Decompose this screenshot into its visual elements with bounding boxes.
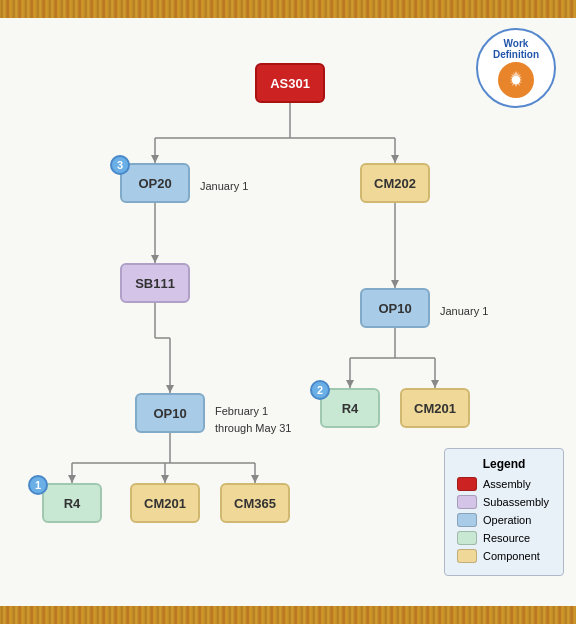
- svg-marker-29: [251, 475, 259, 483]
- work-def-icon: [498, 62, 534, 98]
- node-R4-top-label: R4: [342, 401, 359, 416]
- node-SB111-label: SB111: [135, 276, 175, 291]
- legend-color-subassembly: [457, 495, 477, 509]
- legend-color-resource: [457, 531, 477, 545]
- legend-label-assembly: Assembly: [483, 478, 531, 490]
- legend-label-component: Component: [483, 550, 540, 562]
- legend-color-component: [457, 549, 477, 563]
- node-OP10-right[interactable]: OP10: [360, 288, 430, 328]
- node-CM202[interactable]: CM202: [360, 163, 430, 203]
- node-CM201-top-label: CM201: [414, 401, 456, 416]
- badge-2: 2: [310, 380, 330, 400]
- svg-marker-9: [151, 255, 159, 263]
- node-CM365-label: CM365: [234, 496, 276, 511]
- node-AS301[interactable]: AS301: [255, 63, 325, 103]
- node-OP10-right-label: OP10: [378, 301, 411, 316]
- label-op10-right: January 1: [440, 305, 488, 317]
- legend-item-subassembly: Subassembly: [457, 495, 551, 509]
- node-SB111[interactable]: SB111: [120, 263, 190, 303]
- label-op20: January 1: [200, 180, 248, 192]
- work-def-line1: Work: [504, 38, 529, 49]
- legend-box: Legend Assembly Subassembly Operation Re…: [444, 448, 564, 576]
- node-OP20-label: OP20: [138, 176, 171, 191]
- svg-marker-19: [346, 380, 354, 388]
- node-OP10-left-label: OP10: [153, 406, 186, 421]
- node-CM202-label: CM202: [374, 176, 416, 191]
- wood-bar-bottom: [0, 606, 576, 624]
- legend-label-resource: Resource: [483, 532, 530, 544]
- svg-marker-15: [391, 280, 399, 288]
- node-OP20[interactable]: OP20: [120, 163, 190, 203]
- label-op10-left: February 1through May 31: [215, 403, 291, 436]
- legend-item-assembly: Assembly: [457, 477, 551, 491]
- legend-item-operation: Operation: [457, 513, 551, 527]
- svg-marker-27: [161, 475, 169, 483]
- badge-3: 3: [110, 155, 130, 175]
- legend-color-operation: [457, 513, 477, 527]
- svg-marker-4: [151, 155, 159, 163]
- badge-3-label: 3: [117, 159, 123, 171]
- legend-item-resource: Resource: [457, 531, 551, 545]
- svg-marker-7: [391, 155, 399, 163]
- legend-label-operation: Operation: [483, 514, 531, 526]
- wood-bar-top: [0, 0, 576, 18]
- node-CM201-top[interactable]: CM201: [400, 388, 470, 428]
- svg-marker-13: [166, 385, 174, 393]
- legend-title: Legend: [457, 457, 551, 471]
- svg-marker-21: [431, 380, 439, 388]
- svg-marker-25: [68, 475, 76, 483]
- node-CM201-bottom[interactable]: CM201: [130, 483, 200, 523]
- node-R4-bottom[interactable]: R4: [42, 483, 102, 523]
- legend-color-assembly: [457, 477, 477, 491]
- content-area: Work Definition: [0, 18, 576, 606]
- node-CM201-bottom-label: CM201: [144, 496, 186, 511]
- work-definition-badge: Work Definition: [476, 28, 556, 108]
- node-R4-bottom-label: R4: [64, 496, 81, 511]
- node-OP10-left[interactable]: OP10: [135, 393, 205, 433]
- node-AS301-label: AS301: [270, 76, 310, 91]
- badge-2-label: 2: [317, 384, 323, 396]
- legend-label-subassembly: Subassembly: [483, 496, 549, 508]
- badge-1-label: 1: [35, 479, 41, 491]
- badge-1: 1: [28, 475, 48, 495]
- node-CM365[interactable]: CM365: [220, 483, 290, 523]
- legend-item-component: Component: [457, 549, 551, 563]
- work-def-line2: Definition: [493, 49, 539, 60]
